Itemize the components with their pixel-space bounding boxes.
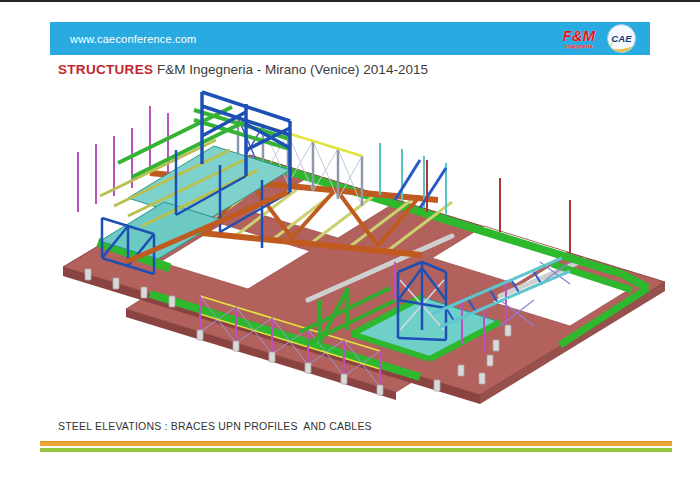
footer-stripe-orange <box>40 441 672 446</box>
slide: www.caeconference.com F&M Ingegneria CAE… <box>0 0 700 494</box>
footer-stripe-green <box>40 448 672 452</box>
slide-caption: STEEL ELEVATIONS : BRACES UPN PROFILES A… <box>58 420 372 432</box>
